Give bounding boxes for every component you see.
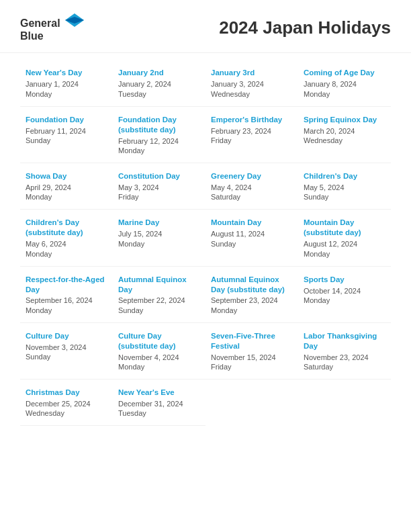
holiday-date: September 22, 2024 [118,296,200,306]
holiday-name: January 2nd [118,68,200,78]
holiday-cell: Sports DayOctober 14, 2024Monday [298,267,391,323]
holiday-name: Christmas Day [26,388,107,398]
holiday-name: Culture Day [26,331,107,341]
holiday-name: Respect-for-the-Aged Day [26,275,107,295]
holiday-name: Children's Day (substitute day) [26,218,107,238]
holiday-cell: Foundation Day (substitute day)February … [113,107,205,163]
holiday-date: November 3, 2024 [26,343,107,353]
holiday-name: Coming of Age Day [304,68,385,78]
holiday-date: November 15, 2024 [211,353,293,363]
holiday-date: August 11, 2024 [211,229,293,239]
holiday-name: Constitution Day [118,171,200,181]
holiday-cell: New Year's DayJanuary 1, 2024Monday [20,60,113,106]
holiday-cell: New Year's EveDecember 31, 2024Tuesday [113,380,205,426]
holiday-date: February 23, 2024 [211,126,293,136]
logo: General Blue [20,13,84,42]
holiday-day: Monday [304,250,385,258]
holiday-day: Sunday [118,306,200,314]
holiday-cell: Marine DayJuly 15, 2024Monday [113,210,205,266]
holiday-date: January 2, 2024 [118,79,200,89]
holiday-date: May 3, 2024 [118,183,200,193]
holiday-name: Sports Day [304,275,385,285]
holiday-day: Friday [118,193,200,201]
holiday-cell: Respect-for-the-Aged DaySeptember 16, 20… [20,267,113,323]
holidays-grid: New Year's DayJanuary 1, 2024MondayJanua… [0,53,411,433]
holiday-date: December 31, 2024 [118,399,200,409]
holiday-day: Wednesday [26,409,107,417]
holiday-day: Monday [118,146,200,154]
holiday-name: Greenery Day [211,171,293,181]
holiday-name: Autumnal Equinox Day (substitute day) [211,275,293,295]
holiday-date: February 12, 2024 [118,136,200,146]
holiday-cell: Christmas DayDecember 25, 2024Wednesday [20,380,113,426]
holiday-date: October 14, 2024 [304,286,385,296]
holiday-cell: January 2ndJanuary 2, 2024Tuesday [113,60,205,106]
holiday-date: May 5, 2024 [304,183,385,193]
holiday-date: January 1, 2024 [26,79,107,89]
holiday-day: Monday [26,306,107,314]
holiday-cell: January 3rdJanuary 3, 2024Wednesday [205,60,298,106]
holiday-day: Monday [211,306,293,314]
holiday-name: New Year's Day [26,68,107,78]
holiday-cell: Constitution DayMay 3, 2024Friday [113,163,205,210]
holiday-day: Sunday [26,353,107,361]
holiday-day: Monday [26,250,107,258]
holiday-cell: Labor Thanksgiving DayNovember 23, 2024S… [298,323,391,380]
holiday-date: September 23, 2024 [211,296,293,306]
holiday-cell: Autumnal Equinox Day (substitute day)Sep… [205,267,298,323]
holiday-date: September 16, 2024 [26,296,107,306]
holiday-day: Saturday [304,363,385,371]
holiday-date: May 4, 2024 [211,183,293,193]
holiday-name: Autumnal Equinox Day [118,275,200,295]
holiday-cell: Spring Equinox DayMarch 20, 2024Wednesda… [298,107,391,163]
holiday-cell: Emperor's BirthdayFebruary 23, 2024Frida… [205,107,298,163]
page-title: 2024 Japan Holidays [219,17,391,38]
holiday-name: Labor Thanksgiving Day [304,331,385,351]
holiday-name: Spring Equinox Day [304,115,385,125]
holiday-name: Children's Day [304,171,385,181]
holiday-day: Wednesday [304,136,385,144]
holiday-cell: Mountain Day (substitute day)August 12, … [298,210,391,266]
holiday-cell: Children's DayMay 5, 2024Sunday [298,163,391,210]
holiday-day: Monday [118,240,200,248]
holiday-day: Monday [304,90,385,98]
holiday-day: Monday [26,193,107,201]
logo-text: General [20,17,60,29]
holiday-day: Monday [118,363,200,371]
holiday-name: Culture Day (substitute day) [118,331,200,351]
holiday-day: Tuesday [118,409,200,417]
holiday-date: November 23, 2024 [304,353,385,363]
holiday-name: Seven-Five-Three Festival [211,331,293,351]
holiday-name: Emperor's Birthday [211,115,293,125]
holiday-day: Sunday [26,136,107,144]
holiday-name: Mountain Day [211,218,293,228]
holiday-cell: Culture Day (substitute day)November 4, … [113,323,205,380]
holiday-date: May 6, 2024 [26,239,107,249]
holiday-date: January 8, 2024 [304,79,385,89]
holiday-cell: Greenery DayMay 4, 2024Saturday [205,163,298,210]
holiday-date: April 29, 2024 [26,183,107,193]
holiday-day: Sunday [211,240,293,248]
holiday-day: Sunday [304,193,385,201]
holiday-day: Saturday [211,193,293,201]
holiday-day: Friday [211,136,293,144]
holiday-name: New Year's Eve [118,388,200,398]
holiday-date: February 11, 2024 [26,126,107,136]
holiday-day: Monday [26,90,107,98]
holiday-name: Mountain Day (substitute day) [304,218,385,238]
holiday-cell: Showa DayApril 29, 2024Monday [20,163,113,210]
svg-marker-1 [65,17,84,24]
holiday-cell: Children's Day (substitute day)May 6, 20… [20,210,113,266]
holiday-date: December 25, 2024 [26,399,107,409]
holiday-day: Tuesday [118,90,200,98]
page-header: General Blue 2024 Japan Holidays [0,0,411,53]
holiday-cell: Foundation DayFebruary 11, 2024Sunday [20,107,113,163]
holiday-day: Friday [211,363,293,371]
holiday-date: July 15, 2024 [118,229,200,239]
holiday-cell: Mountain DayAugust 11, 2024Sunday [205,210,298,266]
holiday-name: Showa Day [26,171,107,181]
holiday-date: March 20, 2024 [304,126,385,136]
holiday-date: August 12, 2024 [304,239,385,249]
holiday-name: January 3rd [211,68,293,78]
holiday-name: Foundation Day (substitute day) [118,115,200,135]
